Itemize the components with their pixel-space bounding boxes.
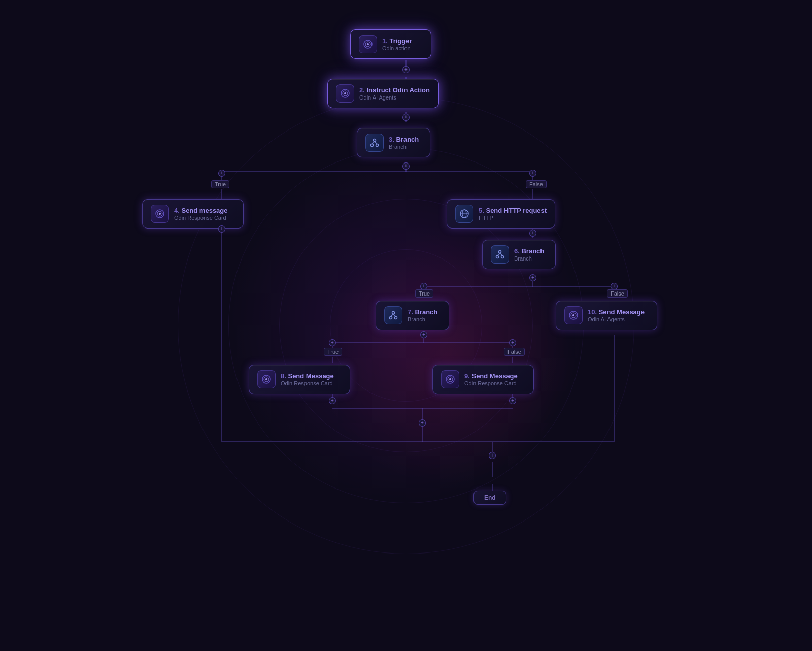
connector-send8-bottom[interactable] xyxy=(329,397,336,404)
trigger-name: Trigger xyxy=(389,37,412,45)
connector-merge[interactable] xyxy=(419,419,426,427)
svg-point-58 xyxy=(390,317,392,319)
bg-glow-2 xyxy=(320,231,573,485)
node-send10[interactable]: 10. Send Message Odin AI Agents xyxy=(556,301,657,330)
instruct-text: 2. Instruct Odin Action Odin AI Agents xyxy=(359,86,430,101)
branch7-title: 7. Branch xyxy=(408,308,437,316)
svg-point-59 xyxy=(395,317,397,319)
workflow-canvas: 1. Trigger Odin action 2. Instruct Odin … xyxy=(0,0,812,651)
svg-point-57 xyxy=(392,312,395,314)
connector-branch7-bottom[interactable] xyxy=(420,331,427,338)
connector-b6-right[interactable] xyxy=(611,283,618,290)
branch7-icon xyxy=(384,306,402,324)
node-branch3[interactable]: 3. Branch Branch xyxy=(357,128,430,157)
instruct-icon xyxy=(336,84,354,103)
send8-subtitle: Odin Response Card xyxy=(281,380,334,386)
svg-point-37 xyxy=(367,43,369,45)
http5-name: Send HTTP request xyxy=(486,207,547,214)
send10-subtitle: Odin AI Agents xyxy=(588,316,645,322)
branch7-number: 7. xyxy=(408,308,413,316)
send8-name: Send Message xyxy=(288,372,333,380)
connector-b7-right[interactable] xyxy=(509,339,516,346)
false-label-1: False xyxy=(526,180,547,188)
send9-name: Send Message xyxy=(471,372,517,380)
node-branch6[interactable]: 6. Branch Branch xyxy=(482,240,556,269)
svg-line-44 xyxy=(372,142,375,144)
branch6-icon xyxy=(491,245,509,264)
node-send9[interactable]: 9. Send Message Odin Response Card xyxy=(432,365,534,394)
send4-subtitle: Odin Response Card xyxy=(174,215,228,221)
send10-title: 10. Send Message xyxy=(588,308,645,316)
true-label-1: True xyxy=(211,180,229,188)
branch6-subtitle: Branch xyxy=(514,255,544,262)
send8-icon xyxy=(257,370,276,388)
branch7-name: Branch xyxy=(415,308,437,316)
send4-text: 4. Send message Odin Response Card xyxy=(174,207,228,221)
connector-branch6-bottom[interactable] xyxy=(529,274,536,281)
send10-number: 10. xyxy=(588,308,597,316)
send10-text: 10. Send Message Odin AI Agents xyxy=(588,308,645,322)
send9-text: 9. Send Message Odin Response Card xyxy=(464,372,518,386)
node-trigger[interactable]: 1. Trigger Odin action xyxy=(350,29,431,59)
branch3-number: 3. xyxy=(389,136,394,143)
instruct-name: Instruct Odin Action xyxy=(366,86,429,94)
trigger-text: 1. Trigger Odin action xyxy=(382,37,412,51)
svg-point-41 xyxy=(374,139,376,142)
send9-subtitle: Odin Response Card xyxy=(464,380,518,386)
connector-final-merge[interactable] xyxy=(489,452,496,459)
branch3-text: 3. Branch Branch xyxy=(389,136,419,150)
svg-point-54 xyxy=(501,256,504,258)
send4-number: 4. xyxy=(174,207,180,214)
false-label-3: False xyxy=(504,348,525,356)
send8-text: 8. Send Message Odin Response Card xyxy=(281,372,334,386)
connector-right-1[interactable] xyxy=(529,170,536,177)
branch3-icon xyxy=(365,134,384,152)
send9-number: 9. xyxy=(464,372,470,380)
connector-3[interactable] xyxy=(402,162,410,170)
svg-line-45 xyxy=(375,142,377,144)
connector-b7-left[interactable] xyxy=(329,339,336,346)
send4-icon xyxy=(151,205,169,223)
connector-send9-bottom[interactable] xyxy=(509,397,516,404)
send10-icon xyxy=(564,306,583,324)
svg-point-48 xyxy=(159,213,161,215)
trigger-icon xyxy=(359,35,377,53)
send9-title: 9. Send Message xyxy=(464,372,518,380)
end-node[interactable]: End xyxy=(473,491,506,505)
connector-http5-bottom[interactable] xyxy=(529,230,536,237)
svg-line-55 xyxy=(497,253,500,256)
http5-subtitle: HTTP xyxy=(479,215,547,221)
send4-name: Send message xyxy=(181,207,227,214)
branch6-name: Branch xyxy=(521,247,544,255)
branch7-text: 7. Branch Branch xyxy=(408,308,437,322)
node-instruct[interactable]: 2. Instruct Odin Action Odin AI Agents xyxy=(327,79,439,108)
connector-left-1[interactable] xyxy=(218,170,225,177)
svg-point-67 xyxy=(265,378,267,380)
branch3-title: 3. Branch xyxy=(389,136,419,143)
branch6-text: 6. Branch Branch xyxy=(514,247,544,262)
trigger-number: 1. xyxy=(382,37,388,45)
svg-point-40 xyxy=(344,92,346,94)
branch3-subtitle: Branch xyxy=(389,144,419,150)
connector-send4-bottom[interactable] xyxy=(218,225,225,233)
node-branch7[interactable]: 7. Branch Branch xyxy=(376,301,449,330)
branch7-subtitle: Branch xyxy=(408,316,437,322)
svg-point-70 xyxy=(449,378,451,380)
http5-icon xyxy=(455,205,473,223)
branch6-number: 6. xyxy=(514,247,520,255)
send10-name: Send Message xyxy=(599,308,645,316)
trigger-subtitle: Odin action xyxy=(382,45,412,51)
send8-title: 8. Send Message xyxy=(281,372,334,380)
send9-icon xyxy=(441,370,459,388)
connector-b6-left[interactable] xyxy=(420,283,427,290)
svg-line-56 xyxy=(500,253,502,256)
http5-title: 5. Send HTTP request xyxy=(479,207,547,214)
instruct-title: 2. Instruct Odin Action xyxy=(359,86,430,94)
connector-1[interactable] xyxy=(402,66,410,73)
node-send4[interactable]: 4. Send message Odin Response Card xyxy=(142,199,244,229)
node-send8[interactable]: 8. Send Message Odin Response Card xyxy=(249,365,350,394)
svg-point-53 xyxy=(496,256,499,258)
node-http5[interactable]: 5. Send HTTP request HTTP xyxy=(447,199,555,229)
branch6-title: 6. Branch xyxy=(514,247,544,255)
connector-2[interactable] xyxy=(402,114,410,121)
